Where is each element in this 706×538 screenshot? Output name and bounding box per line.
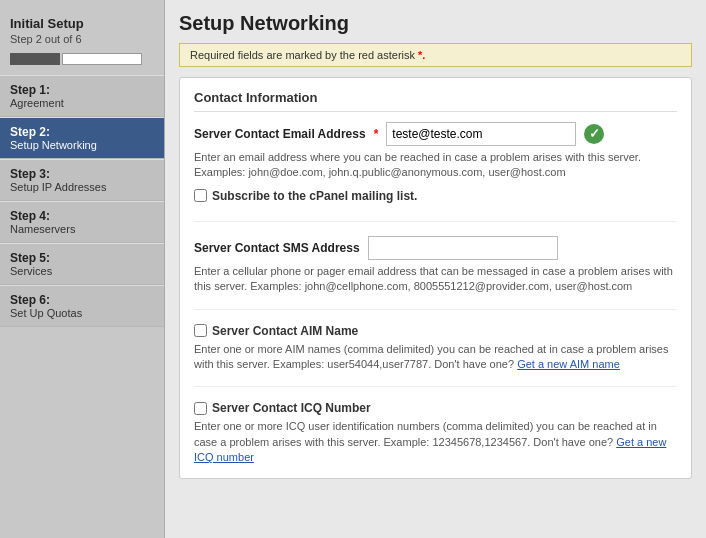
step6-label: Step 6: [10,293,154,307]
step4-name: Nameservers [10,223,154,235]
sidebar-item-step1[interactable]: Step 1: Agreement [0,75,164,117]
progress-empty [62,53,142,65]
main-content: Setup Networking Required fields are mar… [165,0,706,538]
sidebar-header: Initial Setup [0,10,164,33]
step5-name: Services [10,265,154,277]
icq-checkbox-row: Server Contact ICQ Number [194,401,677,415]
step2-label: Step 2: [10,125,154,139]
email-required-star: * [374,127,379,141]
email-section: Server Contact Email Address * ✓ Enter a… [194,122,677,222]
required-notice: Required fields are marked by the red as… [179,43,692,67]
progress-filled [10,53,60,65]
aim-desc: Enter one or more AIM names (comma delim… [194,342,677,373]
progress-bar [0,49,164,75]
page-title: Setup Networking [179,12,692,35]
required-asterisk: *. [418,49,425,61]
aim-link[interactable]: Get a new AIM name [517,358,620,370]
step6-name: Set Up Quotas [10,307,154,319]
subscribe-row: Subscribe to the cPanel mailing list. [194,189,677,203]
step3-label: Step 3: [10,167,154,181]
email-field-row: Server Contact Email Address * ✓ [194,122,677,146]
aim-checkbox[interactable] [194,324,207,337]
icq-checkbox[interactable] [194,402,207,415]
sms-label: Server Contact SMS Address [194,241,360,255]
sms-input[interactable] [368,236,558,260]
required-notice-text: Required fields are marked by the red as… [190,49,415,61]
step5-label: Step 5: [10,251,154,265]
step1-label: Step 1: [10,83,154,97]
icq-section: Server Contact ICQ Number Enter one or m… [194,401,677,465]
step4-label: Step 4: [10,209,154,223]
form-card: Contact Information Server Contact Email… [179,77,692,479]
icq-desc: Enter one or more ICQ user identificatio… [194,419,677,465]
sidebar: Initial Setup Step 2 out of 6 Step 1: Ag… [0,0,165,538]
subscribe-checkbox[interactable] [194,189,207,202]
step1-name: Agreement [10,97,154,109]
sms-desc: Enter a cellular phone or pager email ad… [194,264,677,295]
sidebar-item-step5[interactable]: Step 5: Services [0,243,164,285]
subscribe-label: Subscribe to the cPanel mailing list. [212,189,417,203]
aim-section: Server Contact AIM Name Enter one or mor… [194,324,677,388]
aim-checkbox-row: Server Contact AIM Name [194,324,677,338]
subscribe-checkbox-row: Subscribe to the cPanel mailing list. [194,189,677,203]
aim-label: Server Contact AIM Name [212,324,358,338]
email-valid-icon: ✓ [584,124,604,144]
step3-name: Setup IP Addresses [10,181,154,193]
email-desc: Enter an email address where you can be … [194,150,677,181]
form-card-title: Contact Information [194,90,677,112]
icq-label: Server Contact ICQ Number [212,401,371,415]
sidebar-item-step3[interactable]: Step 3: Setup IP Addresses [0,159,164,201]
email-label: Server Contact Email Address [194,127,366,141]
sidebar-subheader: Step 2 out of 6 [0,33,164,49]
sidebar-item-step4[interactable]: Step 4: Nameservers [0,201,164,243]
sms-section: Server Contact SMS Address Enter a cellu… [194,236,677,310]
email-input[interactable] [386,122,576,146]
sms-field-row: Server Contact SMS Address [194,236,677,260]
sidebar-item-step2[interactable]: Step 2: Setup Networking [0,117,164,159]
step2-name: Setup Networking [10,139,154,151]
sidebar-item-step6[interactable]: Step 6: Set Up Quotas [0,285,164,327]
